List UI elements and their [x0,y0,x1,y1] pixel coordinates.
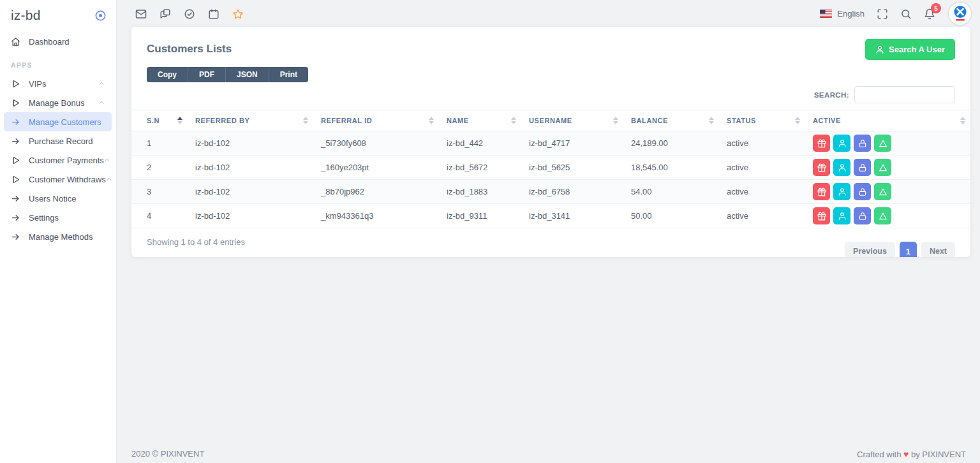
search-button[interactable] [900,8,912,19]
gift-action-button[interactable] [813,159,830,176]
maximize-button[interactable] [877,8,888,19]
gift-action-button[interactable] [813,207,830,224]
check-circle-shortcut-button[interactable] [184,8,195,19]
triangle-action-button[interactable] [874,159,891,176]
column-label: ACTIVE [813,117,841,124]
export-button-group: CopyPDFJSONPrint [147,67,308,82]
cell-actions [805,156,970,180]
column-header-balance[interactable]: BALANCE [623,110,719,131]
search-input[interactable] [854,86,955,103]
sidebar-item-label: Users Notice [29,194,76,203]
sidebar: iz-bd DashboardAPPSVIPsManage BonusManag… [0,0,117,463]
cell-balance: 18,545.00 [623,156,719,180]
cell-referred-by: iz-bd-102 [188,131,313,156]
cell-name: iz-bd_1883 [439,180,521,204]
export-json-button[interactable]: JSON [225,67,269,82]
triangle-action-button[interactable] [874,183,891,200]
column-header-referred-by[interactable]: REFERRED BY [188,110,313,131]
search-icon [900,8,912,20]
triangle-icon [879,187,887,196]
bell-button[interactable]: 5 [924,8,935,19]
calendar-shortcut-button[interactable] [208,8,219,19]
cell-username: iz-bd_6758 [521,180,623,204]
sidebar-item-dashboard[interactable]: Dashboard [4,32,112,51]
cell-status: active [719,156,805,180]
lock-icon [858,187,867,196]
sidebar-item-settings[interactable]: Settings [4,208,112,227]
column-header-username[interactable]: USERNAME [521,110,623,131]
customers-table: S.NREFERRED BYREFERRAL IDNAMEUSERNAMEBAL… [131,110,970,228]
column-header-referral-id[interactable]: REFERRAL ID [313,110,439,131]
sort-arrows-icon [511,117,516,124]
sidebar-item-label: Manage Bonus [29,98,84,108]
user-icon [838,212,847,221]
export-print-button[interactable]: Print [269,67,308,82]
gift-icon [817,212,826,221]
menu-toggle-disc-icon[interactable] [94,10,107,22]
chat-shortcut-button[interactable] [160,8,171,19]
lock-action-button[interactable] [854,159,871,176]
company-logo-icon [951,4,970,23]
sidebar-item-label: Dashboard [29,37,70,47]
column-header-s-n[interactable]: S.N [131,110,188,131]
sidebar-item-manage-methods[interactable]: Manage Methods [4,227,112,246]
navbar-right: English 5 [820,3,971,25]
gift-action-button[interactable] [813,183,830,200]
sort-arrows-icon [709,117,714,124]
user-action-button[interactable] [833,159,850,176]
home-icon [11,37,20,47]
mail-shortcut-button[interactable] [135,8,147,19]
table-row: 2iz-bd-102_160ye203ptiz-bd_5672iz-bd_562… [131,156,970,180]
cell-name: iz-bd_442 [439,131,521,156]
cell-referral-id: _5i730fy608 [313,131,439,156]
pagination: Previous 1 Next [845,242,955,257]
gift-action-button[interactable] [813,135,830,152]
arrow-icon [11,194,20,203]
main-area: English 5 Customers Lists Search A User [117,0,980,463]
user-action-button[interactable] [833,183,850,200]
pagination-previous-button[interactable]: Previous [845,242,895,257]
page-footer: 2020 © PIXINVENT Crafted with ♥ by PIXIN… [131,449,966,459]
lock-action-button[interactable] [854,207,871,224]
sidebar-item-purchase-record[interactable]: Purchase Record [4,131,112,151]
arrow-icon [11,117,20,127]
column-header-name[interactable]: NAME [439,110,521,131]
sidebar-item-users-notice[interactable]: Users Notice [4,189,112,208]
user-action-button[interactable] [833,207,850,224]
star-shortcut-button[interactable] [232,8,244,19]
profile-avatar[interactable] [949,3,971,25]
search-a-user-button[interactable]: Search A User [865,39,955,60]
export-pdf-button[interactable]: PDF [188,67,225,82]
sidebar-item-customer-withdraws[interactable]: Customer Withdraws [4,170,112,189]
sidebar-item-manage-bonus[interactable]: Manage Bonus [4,93,112,112]
cell-name: iz-bd_9311 [439,204,521,228]
triangle-action-button[interactable] [874,135,891,152]
top-navbar: English 5 [117,0,980,27]
navbar-action-icons: 5 [877,8,935,19]
column-header-active[interactable]: ACTIVE [805,110,970,131]
lock-action-button[interactable] [854,135,871,152]
cell-name: iz-bd_5672 [439,156,521,180]
cell-s-n: 1 [131,131,188,156]
triangle-action-button[interactable] [874,207,891,224]
pagination-page-1-button[interactable]: 1 [900,242,917,257]
column-header-status[interactable]: STATUS [719,110,805,131]
cell-balance: 24,189.00 [623,131,719,156]
table-search-row: SEARCH: [131,82,970,103]
arrow-icon [11,136,20,146]
sidebar-item-manage-customers[interactable]: Manage Customers [4,112,112,131]
cell-referred-by: iz-bd-102 [188,156,313,180]
sidebar-item-vips[interactable]: VIPs [4,74,112,93]
language-selector[interactable]: English [820,9,865,18]
export-copy-button[interactable]: Copy [147,67,188,82]
table-row: 4iz-bd-102_km943361q3iz-bd_9311iz-bd_314… [131,204,970,228]
lock-action-button[interactable] [854,183,871,200]
sidebar-item-customer-payments[interactable]: Customer Payments [4,151,112,170]
column-label: STATUS [727,117,756,124]
heart-icon: ♥ [903,449,909,459]
sidebar-section-label: APPS [0,51,116,74]
cell-referred-by: iz-bd-102 [188,204,313,228]
pagination-next-button[interactable]: Next [921,242,955,257]
language-label: English [837,9,865,18]
user-action-button[interactable] [833,135,850,152]
